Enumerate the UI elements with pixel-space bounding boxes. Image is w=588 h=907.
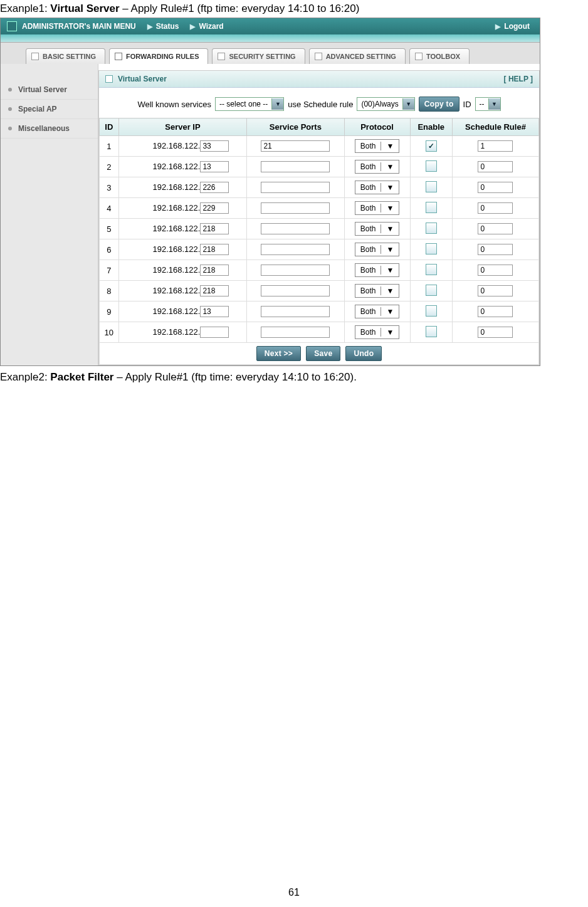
cell-service-port [247,301,344,322]
page-number: 61 [0,887,588,898]
schedule-rule-input[interactable] [478,327,513,338]
server-ip-octet-input[interactable] [200,327,229,338]
protocol-select[interactable]: Both▼ [355,325,400,339]
enable-checkbox[interactable] [426,305,437,317]
service-port-input[interactable] [261,161,330,172]
server-ip-octet-input[interactable] [200,306,229,317]
cell-server-ip: 192.168.122. [118,239,247,260]
service-port-input[interactable] [261,285,330,296]
table-row: 10192.168.122.Both▼ [100,322,539,343]
protocol-select[interactable]: Both▼ [355,263,400,277]
sidebar-item-virtual-server[interactable]: Virtual Server [1,80,98,100]
server-ip-octet-input[interactable] [200,244,229,255]
protocol-select[interactable]: Both▼ [355,201,400,215]
nav-logout[interactable]: Logout [504,22,530,31]
protocol-select[interactable]: Both▼ [355,139,400,153]
cell-id: 7 [100,260,119,281]
example2-suffix: – Apply Rule#1 (ftp time: everyday 14:10… [113,371,356,383]
schedule-rule-select[interactable]: (00)Always ▼ [357,97,414,111]
schedule-rule-input[interactable] [478,161,513,172]
sidebar-item-special-ap[interactable]: Special AP [1,100,98,119]
enable-checkbox[interactable] [426,264,437,275]
protocol-select[interactable]: Both▼ [355,222,400,236]
table-row: 7192.168.122.Both▼ [100,260,539,281]
server-ip-octet-input[interactable] [200,161,229,172]
schedule-rule-input[interactable] [478,182,513,193]
server-ip-octet-input[interactable] [200,202,229,214]
protocol-select[interactable]: Both▼ [355,305,400,318]
protocol-select[interactable]: Both▼ [355,160,400,174]
tab-security-setting[interactable]: SECURITY SETTING [212,48,305,64]
schedule-rule-input[interactable] [478,202,513,214]
protocol-select[interactable]: Both▼ [355,243,400,256]
cell-enable [410,157,452,177]
service-port-input[interactable] [261,306,330,317]
cell-enable [410,322,452,343]
cell-id: 10 [100,322,119,343]
service-port-input[interactable] [261,182,330,193]
id-select[interactable]: -- ▼ [475,97,501,111]
server-ip-octet-input[interactable] [200,265,229,276]
cell-service-port [247,177,344,198]
nav-wizard[interactable]: Wizard [199,22,223,31]
tab-basic-setting[interactable]: BASIC SETTING [26,48,105,64]
cell-schedule-rule [452,301,538,322]
cell-service-port [247,322,344,343]
sidebar-item-miscellaneous[interactable]: Miscellaneous [1,119,98,139]
enable-checkbox[interactable] [426,243,437,254]
schedule-rule-input[interactable] [478,223,513,234]
server-ip-octet-input[interactable] [200,285,229,296]
enable-checkbox[interactable] [426,181,437,192]
server-ip-octet-input[interactable] [200,223,229,234]
cell-protocol: Both▼ [344,177,410,198]
main-menu-label: ADMINISTRATOR's MAIN MENU [21,22,136,31]
undo-button[interactable]: Undo [345,346,382,361]
schedule-rule-input[interactable] [478,140,513,152]
enable-checkbox[interactable] [426,326,437,337]
service-port-input[interactable] [261,327,330,338]
chevron-down-icon: ▼ [381,183,399,192]
server-ip-octet-input[interactable] [200,140,229,152]
cell-enable [410,239,452,260]
tab-advanced-setting[interactable]: ADVANCED SETTING [309,48,406,64]
schedule-rule-input[interactable] [478,244,513,255]
well-known-service-select[interactable]: -- select one -- ▼ [215,97,284,111]
next-button[interactable]: Next >> [256,346,301,361]
cell-service-port [247,219,344,239]
enable-checkbox[interactable] [426,285,437,296]
schedule-rule-input[interactable] [478,285,513,296]
cell-enable [410,260,452,281]
enable-checkbox[interactable] [426,160,437,172]
enable-checkbox[interactable] [426,202,437,213]
enable-checkbox[interactable] [426,140,437,152]
server-ip-octet-input[interactable] [200,182,229,193]
cell-enable [410,136,452,157]
service-port-input[interactable] [261,140,330,152]
cell-service-port [247,260,344,281]
tab-toolbox[interactable]: TOOLBOX [409,48,470,64]
cell-server-ip: 192.168.122. [118,260,247,281]
cell-server-ip: 192.168.122. [118,322,247,343]
cell-protocol: Both▼ [344,136,410,157]
service-port-input[interactable] [261,244,330,255]
service-port-input[interactable] [261,223,330,234]
protocol-select[interactable]: Both▼ [355,181,400,194]
schedule-rule-input[interactable] [478,306,513,317]
service-port-input[interactable] [261,202,330,214]
example2-prefix: Exanple2: [0,371,50,383]
service-port-input[interactable] [261,265,330,276]
cell-id: 3 [100,177,119,198]
nav-status[interactable]: Status [156,22,179,31]
table-row: 9192.168.122.Both▼ [100,301,539,322]
save-button[interactable]: Save [306,346,340,361]
copy-to-button[interactable]: Copy to [419,97,459,112]
schedule-rule-input[interactable] [478,265,513,276]
enable-checkbox[interactable] [426,223,437,234]
dot-icon [8,107,12,111]
tab-forwarding-rules[interactable]: FORWARDING RULES [109,48,209,64]
example1-bold: Virtual Server [50,3,119,14]
arrow-icon: ▶ [136,23,156,31]
protocol-select[interactable]: Both▼ [355,284,400,298]
help-link[interactable]: [ HELP ] [504,75,533,83]
controls-row: Well known services -- select one -- ▼ u… [99,88,539,118]
